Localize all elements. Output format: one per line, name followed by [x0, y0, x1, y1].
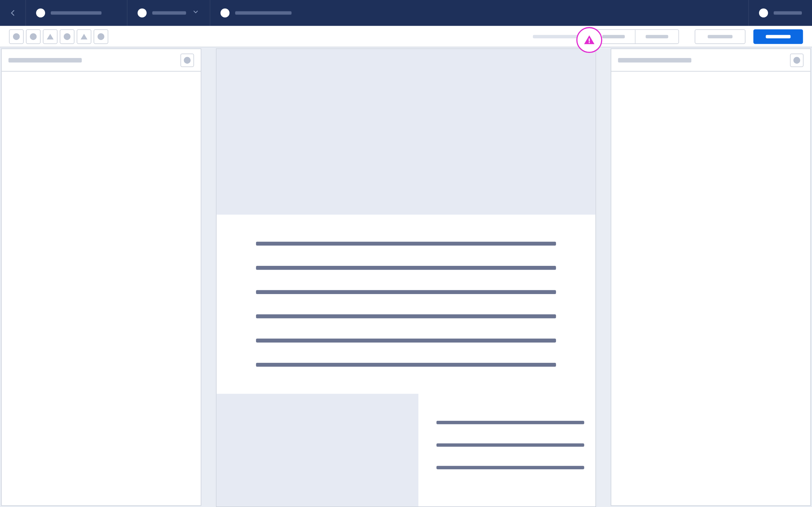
tool-1-button[interactable]	[9, 29, 23, 44]
user-menu[interactable]	[748, 0, 812, 26]
right-panel-title	[618, 58, 691, 62]
left-panel	[1, 49, 201, 506]
body-text-line	[256, 338, 556, 342]
body-text-line	[256, 314, 556, 318]
inset-image-placeholder	[217, 394, 418, 507]
body-text-line	[256, 290, 556, 294]
nav-section-3-label	[235, 11, 292, 15]
back-button[interactable]	[0, 0, 26, 26]
left-panel-action-button[interactable]	[181, 53, 194, 67]
view-mode-segmented	[592, 29, 679, 44]
chevron-down-icon	[192, 8, 200, 18]
primary-action-button[interactable]	[753, 29, 803, 44]
nav-section-1-label	[51, 11, 101, 15]
secondary-action-button[interactable]	[695, 29, 745, 44]
document-body	[217, 215, 596, 378]
triangle-up-icon	[81, 34, 87, 39]
segmented-option-2[interactable]	[636, 30, 678, 43]
left-panel-header	[2, 49, 201, 72]
body-text-line	[256, 363, 556, 367]
body-text-line	[256, 266, 556, 270]
warning-triangle-icon	[583, 34, 595, 46]
canvas-area[interactable]	[202, 47, 610, 507]
toolbar-status-text	[533, 35, 583, 38]
svg-rect-1	[589, 42, 590, 43]
avatar-icon	[759, 9, 768, 17]
svg-rect-0	[589, 38, 590, 42]
tool-6-button[interactable]	[94, 29, 108, 44]
right-panel-action-button[interactable]	[790, 53, 804, 67]
inset-text-column	[437, 394, 595, 507]
arrow-left-icon	[8, 9, 17, 17]
circle-icon	[64, 33, 70, 40]
nav-section-1[interactable]	[26, 0, 128, 26]
tool-5-button[interactable]	[77, 29, 91, 44]
left-panel-title	[9, 58, 82, 62]
workspace	[0, 47, 812, 507]
body-text-line	[437, 443, 584, 447]
toolbar	[0, 26, 812, 48]
nav-section-2[interactable]	[128, 0, 210, 26]
right-panel	[611, 49, 811, 506]
body-text-line	[256, 242, 556, 245]
tool-2-button[interactable]	[26, 29, 41, 44]
tool-3-button[interactable]	[43, 29, 57, 44]
body-text-line	[437, 421, 584, 424]
document-page	[216, 49, 596, 507]
left-panel-body	[2, 72, 201, 505]
right-panel-body	[611, 72, 810, 505]
nav-section-2-label	[152, 11, 186, 15]
warning-badge[interactable]	[576, 27, 602, 53]
circle-icon	[98, 33, 104, 40]
workspace-icon	[36, 9, 45, 17]
body-text-line	[437, 466, 584, 469]
document-split-section	[217, 394, 596, 507]
hero-image-placeholder	[217, 49, 596, 215]
triangle-up-icon	[47, 34, 54, 39]
circle-icon	[30, 33, 37, 40]
circle-icon	[793, 57, 800, 63]
right-panel-header	[611, 49, 810, 72]
nav-section-3[interactable]	[210, 0, 323, 26]
top-nav-bar	[0, 0, 812, 26]
user-menu-label	[774, 11, 802, 15]
circle-icon	[184, 57, 191, 63]
page-icon	[220, 9, 229, 17]
circle-icon	[13, 33, 20, 40]
project-icon	[138, 9, 147, 17]
tool-4-button[interactable]	[60, 29, 74, 44]
